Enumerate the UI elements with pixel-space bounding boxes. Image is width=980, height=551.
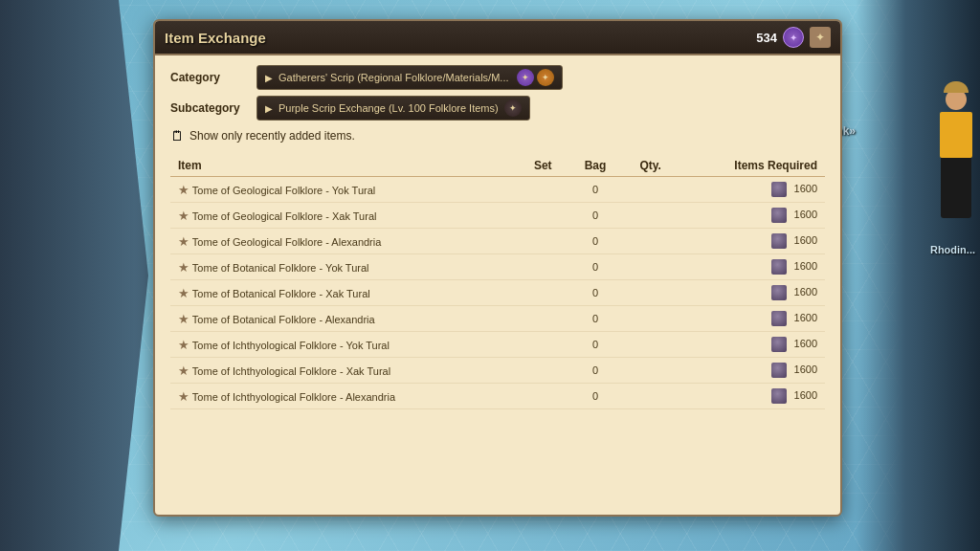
table-row[interactable]: ★ Tome of Botanical Folklore - Xak Tural… bbox=[170, 280, 825, 306]
item-star-icon: ★ bbox=[178, 338, 189, 352]
table-row[interactable]: ★ Tome of Geological Folklore - Alexandr… bbox=[170, 229, 825, 254]
item-qty-cell bbox=[623, 177, 678, 203]
dialog-body: Category ▶ Gatherers' Scrip (Regional Fo… bbox=[155, 55, 840, 419]
item-bag-cell: 0 bbox=[568, 358, 623, 384]
subcategory-label: Subcategory bbox=[170, 101, 247, 115]
item-name-cell: ★ Tome of Ichthyological Folklore - Xak … bbox=[170, 358, 518, 384]
item-star-icon: ★ bbox=[178, 312, 189, 326]
table-body: ★ Tome of Geological Folklore - Yok Tura… bbox=[170, 177, 825, 409]
required-currency-icon bbox=[771, 259, 787, 275]
table-row[interactable]: ★ Tome of Ichthyological Folklore - Alex… bbox=[170, 384, 825, 409]
item-set-cell bbox=[518, 229, 568, 254]
item-required-cell: 1600 bbox=[678, 254, 825, 280]
item-required-cell: 1600 bbox=[678, 203, 825, 229]
item-qty-cell bbox=[623, 358, 678, 384]
item-bag-cell: 0 bbox=[568, 280, 623, 306]
header-items-required: Items Required bbox=[678, 155, 825, 177]
scrip-currency-icon: ✦ bbox=[783, 27, 804, 48]
item-qty-cell bbox=[623, 332, 678, 358]
subcategory-dropdown[interactable]: ▶ Purple Scrip Exchange (Lv. 100 Folklor… bbox=[256, 96, 530, 121]
category-dropdown-icons: ✦ ✦ bbox=[517, 69, 554, 86]
subcategory-arrow-icon: ▶ bbox=[265, 103, 273, 114]
item-set-cell bbox=[518, 177, 568, 203]
table-row[interactable]: ★ Tome of Geological Folklore - Yok Tura… bbox=[170, 177, 825, 203]
required-currency-icon bbox=[771, 311, 787, 326]
table-row[interactable]: ★ Tome of Botanical Folklore - Alexandri… bbox=[170, 306, 825, 332]
item-set-cell bbox=[518, 254, 568, 280]
item-star-icon: ★ bbox=[178, 364, 189, 378]
table-header: Item Set Bag Qty. Items Required bbox=[170, 155, 825, 177]
item-qty-cell bbox=[623, 306, 678, 332]
item-bag-cell: 0 bbox=[568, 203, 623, 229]
item-star-icon: ★ bbox=[178, 209, 189, 223]
required-currency-icon bbox=[771, 285, 787, 300]
required-currency-icon bbox=[771, 208, 787, 223]
header-item: Item bbox=[170, 155, 518, 177]
table-row[interactable]: ★ Tome of Ichthyological Folklore - Xak … bbox=[170, 358, 825, 384]
char-feet bbox=[941, 210, 971, 218]
item-qty-cell bbox=[623, 384, 678, 409]
puzzle-icon[interactable]: ✦ bbox=[810, 27, 831, 48]
item-qty-cell bbox=[623, 280, 678, 306]
item-star-icon: ★ bbox=[178, 183, 189, 197]
item-bag-cell: 0 bbox=[568, 177, 623, 203]
required-currency-icon bbox=[771, 388, 787, 404]
orange-scrip-icon: ✦ bbox=[537, 69, 554, 86]
item-qty-cell bbox=[623, 254, 678, 280]
item-qty-cell bbox=[623, 203, 678, 229]
required-currency-icon bbox=[771, 233, 787, 249]
item-required-cell: 1600 bbox=[678, 358, 825, 384]
item-set-cell bbox=[518, 203, 568, 229]
subcategory-value: Purple Scrip Exchange (Lv. 100 Folklore … bbox=[278, 102, 499, 114]
item-name-cell: ★ Tome of Botanical Folklore - Xak Tural bbox=[170, 280, 518, 306]
item-required-cell: 1600 bbox=[678, 306, 825, 332]
dropdown-arrow-icon: ▶ bbox=[265, 73, 273, 83]
item-set-cell bbox=[518, 358, 568, 384]
item-set-cell bbox=[518, 384, 568, 409]
item-name-cell: ★ Tome of Ichthyological Folklore - Yok … bbox=[170, 332, 518, 358]
dark-icon: ✦ bbox=[504, 99, 522, 117]
scrip-count: 534 bbox=[756, 31, 777, 45]
item-bag-cell: 0 bbox=[568, 254, 623, 280]
item-name-cell: ★ Tome of Botanical Folklore - Alexandri… bbox=[170, 306, 518, 332]
item-set-cell bbox=[518, 306, 568, 332]
table-row[interactable]: ★ Tome of Geological Folklore - Xak Tura… bbox=[170, 203, 825, 229]
checkbox-label: Show only recently added items. bbox=[189, 129, 355, 143]
item-table: Item Set Bag Qty. Items Required ★ Tome … bbox=[170, 155, 825, 409]
left-border-decoration bbox=[0, 0, 148, 551]
required-currency-icon bbox=[771, 337, 787, 352]
required-currency-icon bbox=[771, 363, 787, 378]
character-figure bbox=[940, 81, 972, 218]
item-star-icon: ★ bbox=[178, 286, 189, 300]
item-bag-cell: 0 bbox=[568, 384, 623, 409]
table-row[interactable]: ★ Tome of Botanical Folklore - Yok Tural… bbox=[170, 254, 825, 280]
category-value: Gatherers' Scrip (Regional Folklore/Mate… bbox=[278, 72, 509, 83]
dialog-title: Item Exchange bbox=[165, 30, 266, 46]
item-required-cell: 1600 bbox=[678, 177, 825, 203]
char-hair bbox=[944, 81, 969, 93]
purple-scrip-icon: ✦ bbox=[517, 69, 534, 86]
category-label: Category bbox=[170, 71, 247, 84]
category-row: Category ▶ Gatherers' Scrip (Regional Fo… bbox=[170, 65, 825, 90]
title-right: 534 ✦ ✦ bbox=[756, 27, 831, 48]
item-bag-cell: 0 bbox=[568, 306, 623, 332]
item-required-cell: 1600 bbox=[678, 332, 825, 358]
item-name-cell: ★ Tome of Ichthyological Folklore - Alex… bbox=[170, 384, 518, 409]
item-bag-cell: 0 bbox=[568, 229, 623, 254]
item-set-cell bbox=[518, 332, 568, 358]
item-required-cell: 1600 bbox=[678, 280, 825, 306]
item-required-cell: 1600 bbox=[678, 229, 825, 254]
item-exchange-dialog: Item Exchange 534 ✦ ✦ Category ▶ Gathere… bbox=[153, 19, 842, 517]
item-table-container[interactable]: Item Set Bag Qty. Items Required ★ Tome … bbox=[170, 151, 825, 409]
table-row[interactable]: ★ Tome of Ichthyological Folklore - Yok … bbox=[170, 332, 825, 358]
checkbox-icon[interactable]: 🗒 bbox=[170, 128, 184, 143]
checkbox-row: 🗒 Show only recently added items. bbox=[170, 128, 825, 143]
header-qty: Qty. bbox=[623, 155, 678, 177]
header-set: Set bbox=[518, 155, 568, 177]
char-legs bbox=[941, 158, 971, 210]
header-bag: Bag bbox=[568, 155, 623, 177]
item-star-icon: ★ bbox=[178, 260, 189, 275]
category-dropdown[interactable]: ▶ Gatherers' Scrip (Regional Folklore/Ma… bbox=[256, 65, 563, 90]
item-set-cell bbox=[518, 280, 568, 306]
item-required-cell: 1600 bbox=[678, 384, 825, 409]
